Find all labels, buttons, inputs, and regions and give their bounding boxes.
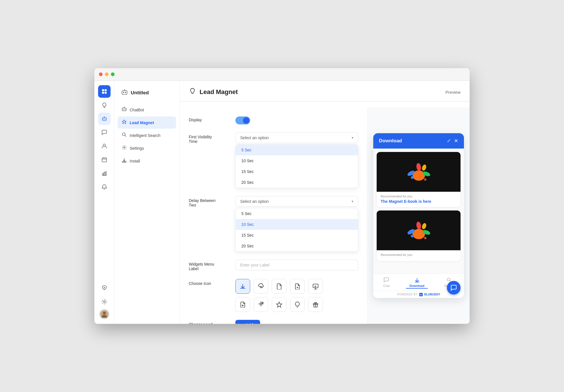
option-5sec[interactable]: 5 Sec — [236, 145, 358, 155]
sidebar-header: Untitled — [118, 86, 176, 99]
maximize-button[interactable] — [111, 72, 115, 76]
close-button[interactable] — [99, 72, 103, 76]
display-label: Display — [189, 115, 229, 122]
icon-document[interactable] — [272, 279, 287, 294]
intelligent-search-label: Intelligent Search — [130, 133, 160, 138]
svg-point-48 — [416, 163, 422, 171]
icon-upload-cloud[interactable] — [254, 279, 268, 294]
svg-point-10 — [104, 116, 105, 117]
chatbot-label: ChatBot — [130, 108, 144, 112]
delay-option-20sec[interactable]: 20 Sec — [236, 241, 358, 251]
svg-point-58 — [424, 237, 426, 239]
widgets-menu-row: Widgets Menu Label — [189, 260, 358, 271]
nav-calendar[interactable] — [98, 153, 111, 166]
lead-magnet-icon — [122, 119, 127, 126]
card-image-1 — [377, 152, 461, 192]
icon-gift[interactable] — [308, 297, 323, 312]
page-title: Lead Magnet — [200, 88, 238, 96]
svg-marker-41 — [277, 302, 282, 307]
sidebar-item-settings[interactable]: Settings — [118, 142, 176, 154]
widget-tab-download[interactable]: Download — [406, 277, 428, 289]
card-title-1[interactable]: The Magnet E-book is here — [381, 199, 457, 204]
page-title-icon — [189, 87, 196, 97]
svg-point-29 — [123, 109, 124, 110]
minimize-button[interactable] — [105, 72, 109, 76]
icon-star[interactable] — [272, 297, 287, 312]
choose-icon-label: Choose Icon — [189, 279, 229, 286]
sidebar-item-chatbot[interactable]: ChatBot — [118, 104, 176, 116]
icon-bar — [94, 81, 114, 324]
page-title-row: Lead Magnet — [189, 87, 238, 97]
preview-panel: Download ⤢ ✕ — [367, 107, 470, 324]
lead-magnet-label: Lead Magnet — [130, 120, 154, 125]
svg-point-49 — [421, 164, 427, 171]
option-10sec[interactable]: 10 Sec — [236, 155, 358, 166]
widgets-menu-input[interactable] — [235, 260, 358, 270]
sidebar-item-install[interactable]: Install — [118, 155, 176, 167]
choose-icon-row: Choose Icon — [189, 279, 358, 312]
main-body: Display First Visibility Time Select an … — [180, 107, 470, 324]
sidebar-item-intelligent-search[interactable]: Intelligent Search — [118, 129, 176, 141]
svg-rect-0 — [102, 89, 104, 91]
icon-sparkle[interactable] — [254, 297, 268, 312]
widget-title: Download — [379, 138, 402, 144]
nav-settings[interactable] — [98, 295, 111, 308]
icon-row-1 — [235, 279, 358, 294]
nav-chart[interactable] — [98, 167, 111, 180]
expand-icon[interactable]: ⤢ — [447, 138, 451, 143]
chatbot-icon — [122, 107, 127, 113]
nav-notifications[interactable] — [98, 181, 111, 193]
svg-text:B: B — [420, 294, 422, 296]
first-visibility-trigger[interactable]: Select an option ▾ — [235, 132, 358, 143]
icon-screen-play[interactable] — [308, 279, 323, 294]
user-avatar[interactable] — [99, 309, 109, 319]
svg-point-8 — [105, 119, 105, 120]
nav-launch[interactable] — [98, 282, 111, 294]
nav-messages[interactable] — [98, 126, 111, 139]
svg-point-35 — [124, 147, 125, 148]
fab-button[interactable] — [447, 281, 461, 295]
icon-play-doc[interactable] — [290, 279, 305, 294]
svg-marker-39 — [315, 285, 317, 287]
delay-between-placeholder: Select an option — [240, 199, 269, 204]
svg-point-55 — [416, 221, 422, 230]
svg-rect-6 — [102, 118, 106, 120]
nav-grid[interactable] — [98, 85, 111, 98]
svg-point-24 — [123, 92, 124, 93]
first-visibility-label: First Visibility Time — [189, 132, 229, 144]
svg-point-32 — [124, 107, 125, 107]
widget-header: Download ⤢ ✕ — [373, 133, 464, 149]
delay-option-10sec[interactable]: 10 Sec — [236, 219, 358, 230]
choose-lead-row: Choose Lead + Add — [189, 320, 358, 324]
project-name: Untitled — [131, 90, 149, 96]
delay-option-15sec[interactable]: 15 Sec — [236, 230, 358, 241]
close-icon[interactable]: ✕ — [454, 138, 458, 144]
display-toggle[interactable] — [235, 116, 250, 124]
preview-label: Preview — [445, 90, 461, 95]
delay-between-trigger[interactable]: Select an option ▾ — [235, 196, 358, 207]
nav-user[interactable] — [98, 140, 111, 152]
option-15sec[interactable]: 15 Sec — [236, 166, 358, 177]
svg-rect-16 — [102, 174, 103, 176]
delay-option-5sec[interactable]: 5 Sec — [236, 208, 358, 219]
icon-doc-download[interactable] — [235, 297, 250, 312]
svg-rect-12 — [102, 158, 107, 162]
nav-bot[interactable] — [98, 112, 111, 125]
widget-tab-chat[interactable]: Chat — [380, 277, 393, 289]
sidebar-item-lead-magnet[interactable]: Lead Magnet — [118, 116, 176, 129]
svg-rect-23 — [122, 91, 127, 94]
first-visibility-row: First Visibility Time Select an option ▾… — [189, 132, 358, 188]
choose-lead-control: + Add — [235, 320, 358, 324]
choose-lead-button[interactable]: + Add — [235, 320, 260, 324]
icon-download[interactable] — [235, 279, 250, 294]
nav-ideas[interactable] — [98, 99, 111, 111]
widget-body: Recommended for you The Magnet E-book is… — [373, 149, 464, 274]
svg-point-50 — [411, 176, 414, 179]
svg-point-57 — [411, 235, 414, 237]
card-tag-1: Recommended for you — [381, 195, 457, 198]
project-icon — [121, 89, 128, 97]
main-header: Lead Magnet Preview — [180, 81, 470, 101]
option-20sec[interactable]: 20 Sec — [236, 177, 358, 188]
svg-rect-1 — [105, 89, 107, 91]
icon-bulb[interactable] — [290, 297, 305, 312]
